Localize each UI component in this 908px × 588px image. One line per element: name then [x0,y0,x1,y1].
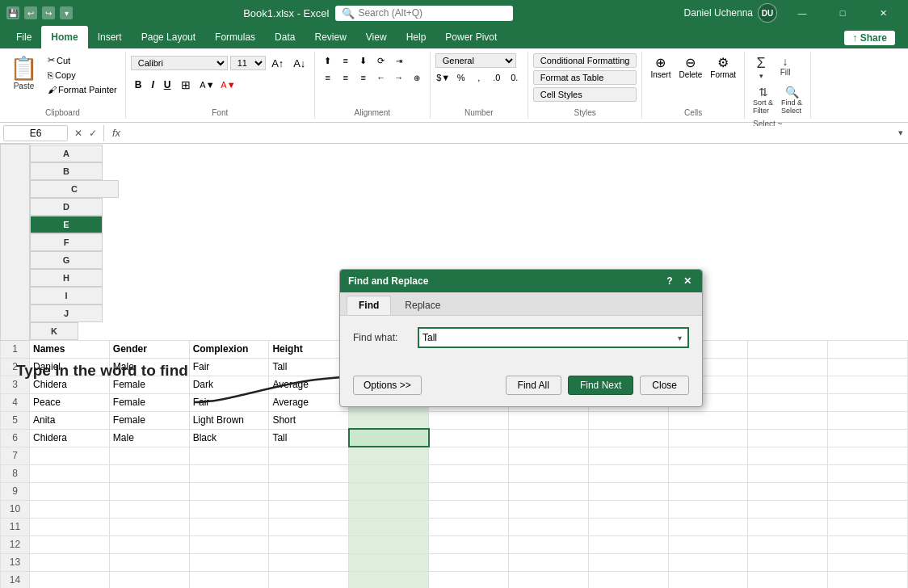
cell-G11[interactable] [508,518,588,536]
cell-D1[interactable]: Height [269,340,349,358]
cell-H10[interactable] [588,500,668,518]
cell-H8[interactable] [588,464,668,482]
sum-button[interactable]: Σ ▾ [750,53,772,82]
cell-D13[interactable] [269,553,349,571]
col-header-c[interactable]: C [30,180,119,198]
find-select-button[interactable]: 🔍 Find &Select [778,84,805,116]
orientation-button[interactable]: ⟳ [373,53,389,68]
cell-A7[interactable] [30,447,110,464]
cell-D8[interactable] [269,464,349,482]
row-number-6[interactable]: 6 [1,429,30,447]
cell-B2[interactable]: Male [109,358,189,376]
cell-A13[interactable] [30,553,110,571]
row-number-9[interactable]: 9 [1,482,30,500]
find-what-input[interactable] [419,330,671,345]
cell-styles-button[interactable]: Cell Styles [533,87,637,102]
cell-G12[interactable] [508,536,588,553]
row-number-10[interactable]: 10 [1,500,30,518]
align-right-button[interactable]: ≡ [355,70,372,85]
tab-page-layout[interactable]: Page Layout [132,26,205,48]
row-number-7[interactable]: 7 [1,447,30,464]
cell-C6[interactable]: Black [189,429,269,447]
decrease-decimal-button[interactable]: 0. [507,70,523,85]
cell-A5[interactable]: Anita [30,411,110,429]
cell-D11[interactable] [269,518,349,536]
cell-C5[interactable]: Light Brown [189,411,269,429]
cell-H5[interactable] [588,411,668,429]
format-as-table-button[interactable]: Format as Table [533,70,637,85]
col-header-f[interactable]: F [30,233,103,251]
row-number-14[interactable]: 14 [1,571,30,588]
cell-I13[interactable] [668,553,748,571]
cell-B3[interactable]: Female [109,376,189,393]
cell-H7[interactable] [588,447,668,464]
find-all-button[interactable]: Find All [506,376,561,395]
cell-C11[interactable] [189,518,269,536]
cell-B8[interactable] [109,464,189,482]
fill-button[interactable]: ↓ Fill [774,53,797,82]
cut-button[interactable]: ✂ Cut [44,53,120,67]
cell-H6[interactable] [588,429,668,447]
cell-A3[interactable]: Chidera [30,376,110,393]
number-format-select[interactable]: General [435,53,516,68]
sort-filter-button[interactable]: ⇅ Sort &Filter [750,84,776,116]
undo-icon[interactable]: ↩ [24,6,37,19]
cell-D7[interactable] [269,447,349,464]
cell-I9[interactable] [668,482,748,500]
tab-insert[interactable]: Insert [88,26,132,48]
decrease-font-button[interactable]: A↓ [290,53,309,73]
cell-D4[interactable]: Average [269,393,349,411]
cell-G14[interactable] [508,571,588,588]
cell-K4[interactable] [828,393,908,411]
cell-K5[interactable] [828,411,908,429]
cell-F13[interactable] [429,553,509,571]
dialog-close-button[interactable]: ✕ [681,275,694,288]
formula-expand-icon[interactable]: ▾ [893,128,908,138]
cell-F14[interactable] [429,571,509,588]
cell-D9[interactable] [269,482,349,500]
cell-B11[interactable] [109,518,189,536]
cell-C4[interactable]: Fair [189,393,269,411]
font-family-select[interactable]: Calibri [131,56,228,70]
cell-A4[interactable]: Peace [30,393,110,411]
cell-K13[interactable] [828,553,908,571]
cell-K10[interactable] [828,500,908,518]
cell-J7[interactable] [748,447,828,464]
cell-A12[interactable] [30,536,110,553]
cell-F5[interactable] [429,411,509,429]
cell-I12[interactable] [668,536,748,553]
formula-cancel-icon[interactable]: ✕ [71,128,86,139]
cell-K8[interactable] [828,464,908,482]
cell-B14[interactable] [109,571,189,588]
fill-color-button[interactable]: A▼ [197,75,216,94]
cell-J13[interactable] [748,553,828,571]
cell-J9[interactable] [748,482,828,500]
cell-A9[interactable] [30,482,110,500]
tab-review[interactable]: Review [305,26,355,48]
row-number-12[interactable]: 12 [1,536,30,553]
align-top-button[interactable]: ⬆ [320,53,336,68]
options-button[interactable]: Options >> [353,376,422,395]
increase-decimal-button[interactable]: .0 [489,70,505,85]
cell-G8[interactable] [508,464,588,482]
cell-B10[interactable] [109,500,189,518]
cell-J10[interactable] [748,500,828,518]
row-number-5[interactable]: 5 [1,411,30,429]
cell-A8[interactable] [30,464,110,482]
cell-H12[interactable] [588,536,668,553]
cell-E5[interactable] [349,411,429,429]
bold-button[interactable]: B [131,78,146,91]
cell-B7[interactable] [109,447,189,464]
name-box[interactable]: E6 [3,125,68,141]
row-number-4[interactable]: 4 [1,393,30,411]
redo-icon[interactable]: ↪ [42,6,55,19]
cell-D3[interactable]: Average [269,376,349,393]
col-header-g[interactable]: G [30,251,103,269]
cell-H13[interactable] [588,553,668,571]
search-input[interactable] [358,7,503,19]
row-number-3[interactable]: 3 [1,376,30,393]
save-icon[interactable]: 💾 [6,6,19,19]
align-center-button[interactable]: ≡ [338,70,354,85]
cell-I10[interactable] [668,500,748,518]
tab-formulas[interactable]: Formulas [205,26,265,48]
